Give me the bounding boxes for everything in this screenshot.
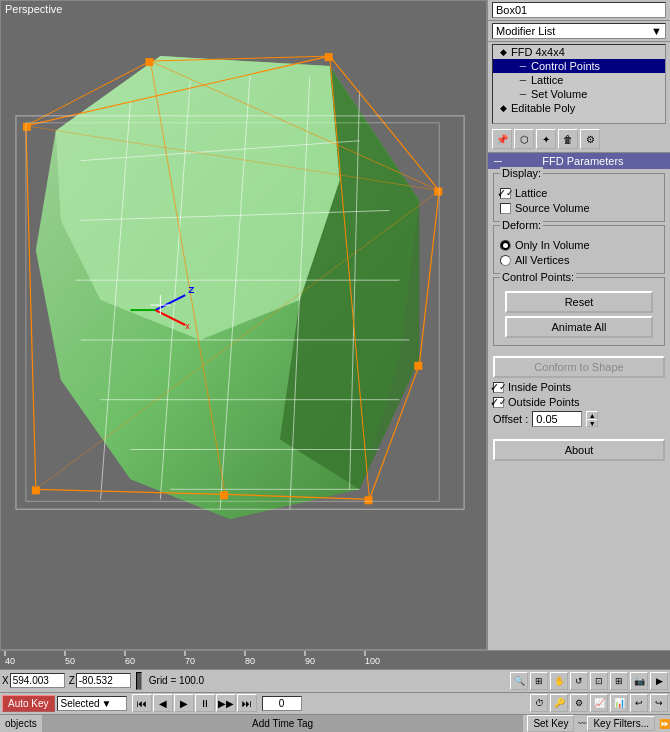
svg-line-21: [26, 126, 36, 490]
pin-toolbar-icon[interactable]: 📌: [492, 129, 512, 149]
lattice-icon: ─: [517, 74, 529, 86]
source-volume-checkbox[interactable]: [500, 203, 511, 214]
frame-input[interactable]: [262, 696, 302, 711]
selected-dropdown[interactable]: Selected ▼: [57, 696, 127, 711]
undo-icon[interactable]: ↩: [630, 694, 648, 712]
key-mode-icon[interactable]: 🔑: [550, 694, 568, 712]
playback-controls: ⏮ ◀ ▶ ⏸ ▶▶ ⏭: [132, 694, 257, 712]
min-max-icon[interactable]: ⊡: [590, 672, 608, 690]
lattice-checkbox[interactable]: ✓: [500, 188, 511, 199]
svg-rect-36: [145, 58, 153, 66]
add-time-tag-button[interactable]: Add Time Tag: [42, 715, 524, 732]
z-coord-input[interactable]: [76, 673, 131, 688]
outside-points-checkbox[interactable]: ✓: [493, 397, 504, 408]
svg-rect-33: [365, 496, 373, 504]
play-button[interactable]: ▶: [174, 694, 194, 712]
zoom-extents-icon[interactable]: 🔍: [510, 672, 528, 690]
about-button[interactable]: About: [493, 439, 665, 461]
offset-spinner: ▲ ▼: [586, 411, 598, 427]
create-cam-icon[interactable]: 📷: [630, 672, 648, 690]
only-in-volume-row: Only In Volume: [500, 239, 658, 251]
deform-group: Deform: Only In Volume All Vertices: [493, 225, 665, 274]
time-config-icon[interactable]: ⏱: [530, 694, 548, 712]
viewport[interactable]: Perspective: [0, 0, 487, 650]
set-key-button[interactable]: Set Key: [527, 715, 574, 732]
timeline-area[interactable]: 40 50 60 70 80 90 100: [0, 651, 670, 669]
modifier-list-label: Modifier List: [496, 25, 555, 37]
set-volume-icon: ─: [517, 88, 529, 100]
arc-rotate-icon[interactable]: ↺: [570, 672, 588, 690]
stop-button[interactable]: ⏸: [195, 694, 215, 712]
object-name-bar: Box01: [488, 0, 670, 21]
svg-rect-32: [414, 362, 422, 370]
lock-button[interactable]: [136, 672, 142, 690]
stack-item-ffd[interactable]: ◆ FFD 4x4x4: [493, 45, 665, 59]
ffd-title-label: FFD Parameters: [542, 155, 623, 167]
outside-points-label: Outside Points: [508, 396, 580, 408]
redo-icon[interactable]: ↪: [650, 694, 668, 712]
reset-button[interactable]: Reset: [505, 291, 653, 313]
control-points-group-label: Control Points:: [500, 271, 576, 283]
offset-label: Offset :: [493, 413, 528, 425]
x-coord-label: X: [2, 675, 9, 686]
modifier-list-dropdown[interactable]: Modifier List ▼: [492, 23, 666, 39]
source-volume-checkbox-label: Source Volume: [515, 202, 590, 214]
only-in-volume-radio[interactable]: [500, 240, 511, 251]
next-frame-button[interactable]: ▶▶: [216, 694, 236, 712]
ffd-parameters-panel: ─ FFD Parameters Display: ✓ Lattice Sour: [488, 153, 670, 650]
svg-text:Z: Z: [188, 284, 194, 295]
main-container: Perspective: [0, 0, 670, 732]
svg-text:50: 50: [65, 656, 75, 666]
stack-item-lattice[interactable]: ─ Lattice: [493, 73, 665, 87]
offset-spin-up[interactable]: ▲: [586, 411, 598, 419]
lattice-checkbox-label: Lattice: [515, 187, 547, 199]
x-coord-display: X: [2, 673, 65, 688]
selected-label: Selected: [61, 698, 100, 709]
make-unique-icon[interactable]: ✦: [536, 129, 556, 149]
stack-item-ffd-label: FFD 4x4x4: [511, 46, 565, 58]
svg-text:90: 90: [305, 656, 315, 666]
outside-points-row: ✓ Outside Points: [493, 396, 665, 408]
control-points-group: Control Points: Reset Animate All: [493, 277, 665, 346]
svg-text:80: 80: [245, 656, 255, 666]
stack-item-editable-poly[interactable]: ◆ Editable Poly: [493, 101, 665, 115]
auto-key-button[interactable]: Auto Key: [2, 695, 55, 712]
show-end-result-icon[interactable]: ⬡: [514, 129, 534, 149]
stack-item-editable-poly-label: Editable Poly: [511, 102, 575, 114]
object-name-input[interactable]: Box01: [492, 2, 666, 18]
offset-input[interactable]: 0.05: [532, 411, 582, 427]
conform-to-shape-button[interactable]: Conform to Shape: [493, 356, 665, 378]
x-coord-input[interactable]: [10, 673, 65, 688]
offset-spin-down[interactable]: ▼: [586, 419, 598, 427]
animate-all-button[interactable]: Animate All: [505, 316, 653, 338]
playback-icon: ⏩: [659, 719, 670, 729]
remove-modifier-icon[interactable]: 🗑: [558, 129, 578, 149]
stack-item-set-volume-label: Set Volume: [531, 88, 587, 100]
modifier-stack[interactable]: ◆ FFD 4x4x4 ─ Control Points ─ Lattice ─…: [492, 44, 666, 124]
stack-item-control-points[interactable]: ─ Control Points: [493, 59, 665, 73]
dope-sheet-icon[interactable]: 📊: [610, 694, 628, 712]
inside-points-checkbox[interactable]: ✓: [493, 382, 504, 393]
ffd-icon: ◆: [497, 46, 509, 58]
stack-item-lattice-label: Lattice: [531, 74, 563, 86]
right-panel: Box01 Modifier List ▼ ◆ FFD 4x4x4 ─ Con: [487, 0, 670, 650]
stack-item-set-volume[interactable]: ─ Set Volume: [493, 87, 665, 101]
zoom-region-icon[interactable]: ⊞: [530, 672, 548, 690]
pan-icon[interactable]: ✋: [550, 672, 568, 690]
filter-icon[interactable]: ⚙: [570, 694, 588, 712]
spacer1: [488, 349, 670, 353]
ffd-collapse-btn[interactable]: ─: [494, 155, 502, 167]
quick-render-icon[interactable]: ▶: [650, 672, 668, 690]
curve-editor-icon[interactable]: 📈: [590, 694, 608, 712]
key-filters-button[interactable]: Key Filters...: [587, 716, 655, 731]
controls-bar-2: Auto Key Selected ▼ ⏮ ◀ ▶ ⏸ ▶▶ ⏭ ⏱ 🔑: [0, 692, 670, 715]
go-start-button[interactable]: ⏮: [132, 694, 152, 712]
only-in-volume-label: Only In Volume: [515, 239, 590, 251]
configure-icon[interactable]: ⚙: [580, 129, 600, 149]
viewport-controls-icon[interactable]: ⊞: [610, 672, 628, 690]
all-vertices-radio[interactable]: [500, 255, 511, 266]
right-controls-1: 🔍 ⊞ ✋ ↺ ⊡ ⊞ 📷 ▶: [510, 672, 668, 690]
go-end-button[interactable]: ⏭: [237, 694, 257, 712]
selected-dropdown-arrow: ▼: [102, 698, 112, 709]
prev-frame-button[interactable]: ◀: [153, 694, 173, 712]
